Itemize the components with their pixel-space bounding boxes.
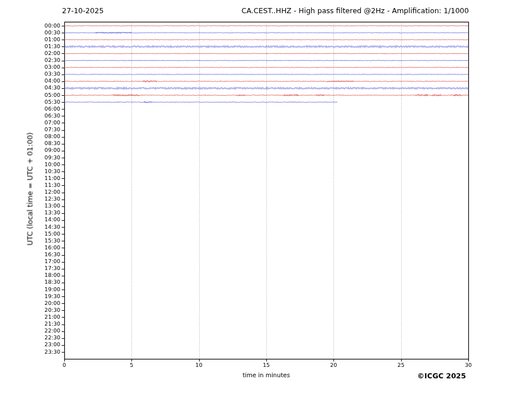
y-tick-label: 04:00 (33, 77, 60, 84)
y-tick-label: 17:30 (33, 265, 60, 272)
y-tick-label: 16:30 (33, 251, 60, 258)
y-tick-label: 11:00 (33, 175, 60, 182)
y-tick-label: 15:00 (33, 230, 60, 237)
x-tick-label: 10 (189, 362, 209, 369)
y-tick-label: 23:00 (33, 341, 60, 348)
y-tick-label: 22:30 (33, 334, 60, 341)
y-tick-label: 06:30 (33, 112, 60, 119)
y-tick-label: 22:00 (33, 327, 60, 334)
y-tick-label: 03:30 (33, 71, 60, 77)
y-tick-label: 09:00 (33, 147, 60, 154)
x-tick-label: 30 (459, 362, 478, 369)
y-tick-label: 20:30 (33, 307, 60, 314)
y-tick-label: 01:30 (33, 43, 60, 50)
y-tick-label: 15:30 (33, 237, 60, 244)
helicorder-figure: 27-10-2025 CA.CEST..HHZ - High pass filt… (0, 0, 532, 399)
y-tick-label: 19:30 (33, 293, 60, 300)
y-tick-label: 08:00 (33, 133, 60, 140)
y-tick-label: 17:00 (33, 258, 60, 265)
y-tick-label: 02:00 (33, 50, 60, 57)
x-axis-label: time in minutes (64, 371, 468, 378)
y-tick-label: 10:00 (33, 161, 60, 168)
y-tick-label: 14:00 (33, 216, 60, 223)
y-tick-label: 19:00 (33, 286, 60, 293)
y-tick-label: 13:30 (33, 209, 60, 216)
y-tick-label: 11:30 (33, 182, 60, 189)
x-tick-label: 25 (391, 362, 411, 369)
y-tick-label: 08:30 (33, 140, 60, 147)
y-tick-label: 13:00 (33, 202, 60, 209)
helicorder-plot-canvas (0, 0, 532, 399)
x-tick-label: 15 (257, 362, 276, 369)
y-tick-label: 05:00 (33, 92, 60, 99)
y-tick-label: 00:00 (33, 22, 60, 29)
y-tick-label: 18:00 (33, 272, 60, 279)
x-tick-label: 5 (122, 362, 141, 369)
y-tick-label: 06:00 (33, 105, 60, 112)
x-tick-label: 20 (324, 362, 343, 369)
y-tick-label: 20:00 (33, 300, 60, 307)
copyright-credit: ©ICGC 2025 (417, 371, 466, 380)
y-tick-label: 03:00 (33, 64, 60, 71)
y-tick-label: 16:00 (33, 244, 60, 251)
y-tick-label: 21:00 (33, 314, 60, 320)
y-tick-label: 18:30 (33, 279, 60, 285)
y-tick-label: 09:30 (33, 154, 60, 161)
y-tick-label: 02:30 (33, 57, 60, 64)
figure-title: CA.CEST..HHZ - High pass filtered @2Hz -… (242, 6, 469, 15)
y-tick-label: 01:00 (33, 36, 60, 43)
y-tick-label: 07:00 (33, 119, 60, 126)
x-tick-label: 0 (55, 362, 74, 369)
y-tick-label: 23:30 (33, 349, 60, 355)
y-tick-label: 07:30 (33, 126, 60, 133)
y-tick-label: 12:30 (33, 195, 60, 202)
y-tick-label: 04:30 (33, 84, 60, 91)
y-tick-label: 21:30 (33, 320, 60, 327)
y-tick-label: 05:30 (33, 99, 60, 105)
y-tick-label: 00:30 (33, 29, 60, 36)
figure-date: 27-10-2025 (62, 6, 104, 15)
y-tick-label: 10:30 (33, 168, 60, 175)
y-tick-label: 14:30 (33, 224, 60, 230)
y-tick-label: 12:00 (33, 189, 60, 195)
